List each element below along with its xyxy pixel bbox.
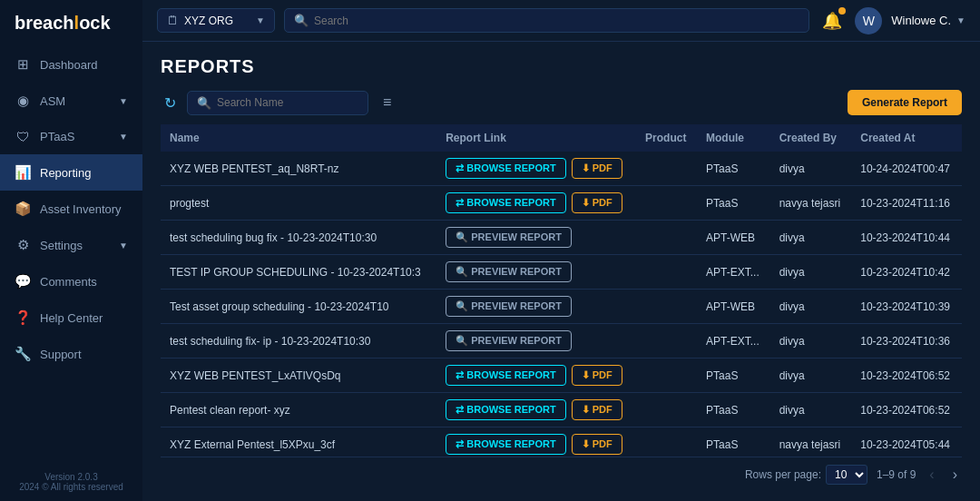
generate-report-button[interactable]: Generate Report: [848, 90, 962, 115]
expand-arrow-icon: ▼: [119, 241, 128, 250]
sidebar-item-label: Settings: [40, 239, 83, 252]
sidebar-item-asset-inventory[interactable]: 📦 Asset Inventory: [0, 191, 142, 227]
avatar[interactable]: W: [855, 7, 882, 34]
sidebar-item-label: PTaaS: [40, 130, 74, 143]
main-area: 🗒 XYZ ORG ▼ 🔍 🔔 W Winlowe C. ▼ REPORTS: [142, 0, 980, 501]
report-name: Pentest clean report- xyz: [161, 393, 436, 427]
copyright-label: 2024 © All rights reserved: [15, 482, 128, 492]
sidebar-footer: Version 2.0.3 2024 © All rights reserved: [0, 463, 142, 501]
report-module: APT-EXT...: [697, 255, 770, 290]
report-created-by: divya: [770, 255, 852, 290]
browse-report-button[interactable]: ⇄ BROWSE REPORT: [446, 192, 565, 213]
sidebar-item-support[interactable]: 🔧 Support: [0, 336, 142, 372]
report-created-at: 10-23-2024T11:16: [851, 186, 962, 221]
global-search-icon: 🔍: [294, 14, 309, 27]
pdf-button[interactable]: ⬇ PDF: [572, 434, 622, 455]
browse-report-button[interactable]: ⇄ BROWSE REPORT: [446, 158, 565, 179]
search-name-input[interactable]: [217, 96, 358, 109]
report-created-at: 10-24-2024T00:47: [851, 152, 962, 186]
table-body: XYZ WEB PENTEST_aq_N8RT-nz⇄ BROWSE REPOR…: [161, 152, 962, 457]
reports-table-container: NameReport LinkProductModuleCreated ByCr…: [161, 124, 962, 457]
report-link-cell: ⇄ BROWSE REPORT⬇ PDF: [436, 186, 636, 221]
sidebar-item-label: Dashboard: [40, 58, 98, 72]
table-row: Pentest clean report- xyz⇄ BROWSE REPORT…: [161, 393, 962, 427]
sidebar-item-reporting[interactable]: 📊 Reporting: [0, 154, 142, 191]
col-header-created-at: Created At: [851, 124, 962, 152]
filter-button[interactable]: ≡: [376, 91, 398, 114]
refresh-button[interactable]: ↻: [161, 91, 180, 115]
report-created-by: divya: [770, 359, 852, 393]
report-link-cell: ⇄ BROWSE REPORT⬇ PDF: [436, 359, 636, 393]
preview-report-button[interactable]: 🔍 PREVIEW REPORT: [446, 330, 572, 351]
sidebar-item-settings[interactable]: ⚙ Settings ▼: [0, 227, 142, 263]
report-product: [636, 290, 697, 324]
sidebar-item-label: Asset Inventory: [40, 202, 122, 216]
user-menu[interactable]: Winlowe C. ▼: [891, 14, 965, 27]
report-module: APT-WEB: [697, 290, 770, 324]
report-product: [636, 186, 697, 221]
sidebar-item-dashboard[interactable]: ⊞ Dashboard: [0, 46, 142, 83]
report-name: progtest: [161, 186, 436, 221]
table-row: Test asset group scheduling - 10-23-2024…: [161, 290, 962, 324]
comments-icon: 💬: [15, 273, 31, 290]
search-name-icon: 🔍: [197, 96, 211, 110]
rows-per-page-select[interactable]: 10 25 50: [826, 465, 867, 485]
report-created-at: 10-23-2024T05:44: [851, 427, 962, 457]
pdf-button[interactable]: ⬇ PDF: [572, 158, 622, 179]
pdf-button[interactable]: ⬇ PDF: [572, 399, 622, 420]
search-name-field: 🔍: [187, 91, 368, 115]
notification-badge: [838, 7, 846, 15]
report-created-by: divya: [770, 324, 852, 359]
report-created-by: navya tejasri: [770, 186, 852, 221]
preview-report-button[interactable]: 🔍 PREVIEW REPORT: [446, 261, 572, 282]
pdf-button[interactable]: ⬇ PDF: [572, 365, 622, 386]
browse-report-button[interactable]: ⇄ BROWSE REPORT: [446, 399, 565, 420]
org-name: XYZ ORG: [184, 15, 233, 27]
table-row: TEST IP GROUP SCHEDULING - 10-23-2024T10…: [161, 255, 962, 290]
sidebar-item-help-center[interactable]: ❓ Help Center: [0, 300, 142, 336]
report-name: XYZ WEB PENTEST_LxATIVQsDq: [161, 359, 436, 393]
browse-report-button[interactable]: ⇄ BROWSE REPORT: [446, 434, 565, 455]
table-header: NameReport LinkProductModuleCreated ByCr…: [161, 124, 962, 152]
version-label: Version 2.0.3: [15, 472, 128, 482]
rows-per-page: Rows per page: 10 25 50: [745, 465, 867, 485]
next-page-button[interactable]: ›: [948, 465, 962, 485]
previous-page-button[interactable]: ‹: [925, 465, 938, 485]
sidebar: breachlock ⊞ Dashboard ◉ ASM ▼🛡 PTaaS ▼📊…: [0, 0, 142, 501]
pdf-button[interactable]: ⬇ PDF: [572, 192, 622, 213]
table-row: test scheduling fix- ip - 10-23-2024T10:…: [161, 324, 962, 359]
notification-button[interactable]: 🔔: [818, 7, 846, 34]
report-link-cell: ⇄ BROWSE REPORT⬇ PDF: [436, 427, 636, 457]
report-module: APT-EXT...: [697, 324, 770, 359]
expand-arrow-icon: ▼: [119, 132, 128, 142]
report-name: XYZ WEB PENTEST_aq_N8RT-nz: [161, 152, 436, 186]
table-row: test scheduling bug fix - 10-23-2024T10:…: [161, 221, 962, 255]
logo: breachlock: [15, 13, 111, 34]
report-created-by: divya: [770, 290, 852, 324]
sidebar-item-asm[interactable]: ◉ ASM ▼: [0, 83, 142, 119]
user-name: Winlowe C.: [891, 14, 951, 27]
sidebar-item-ptaas[interactable]: 🛡 PTaaS ▼: [0, 119, 142, 154]
page-title: REPORTS: [161, 56, 962, 77]
report-link-cell: 🔍 PREVIEW REPORT: [436, 221, 636, 255]
report-module: PTaaS: [697, 393, 770, 427]
global-search: 🔍: [284, 8, 809, 33]
sidebar-item-comments[interactable]: 💬 Comments: [0, 263, 142, 300]
report-created-at: 10-23-2024T06:52: [851, 359, 962, 393]
preview-report-button[interactable]: 🔍 PREVIEW REPORT: [446, 227, 572, 248]
logo-area: breachlock: [0, 0, 142, 46]
support-icon: 🔧: [15, 346, 31, 362]
content-area: REPORTS ↻ 🔍 ≡ Generate Report NameReport…: [142, 42, 980, 501]
org-selector[interactable]: 🗒 XYZ ORG ▼: [157, 8, 275, 33]
report-created-at: 10-23-2024T10:42: [851, 255, 962, 290]
browse-report-button[interactable]: ⇄ BROWSE REPORT: [446, 365, 565, 386]
col-header-name: Name: [161, 124, 436, 152]
report-created-by: navya tejasri: [770, 427, 852, 457]
sidebar-item-label: Support: [40, 348, 82, 361]
nav-menu: ⊞ Dashboard ◉ ASM ▼🛡 PTaaS ▼📊 Reporting …: [0, 46, 142, 463]
report-name: Test asset group scheduling - 10-23-2024…: [161, 290, 436, 324]
col-header-created-by: Created By: [770, 124, 852, 152]
global-search-input[interactable]: [314, 15, 799, 27]
preview-report-button[interactable]: 🔍 PREVIEW REPORT: [446, 296, 572, 317]
asset-inventory-icon: 📦: [15, 201, 31, 217]
